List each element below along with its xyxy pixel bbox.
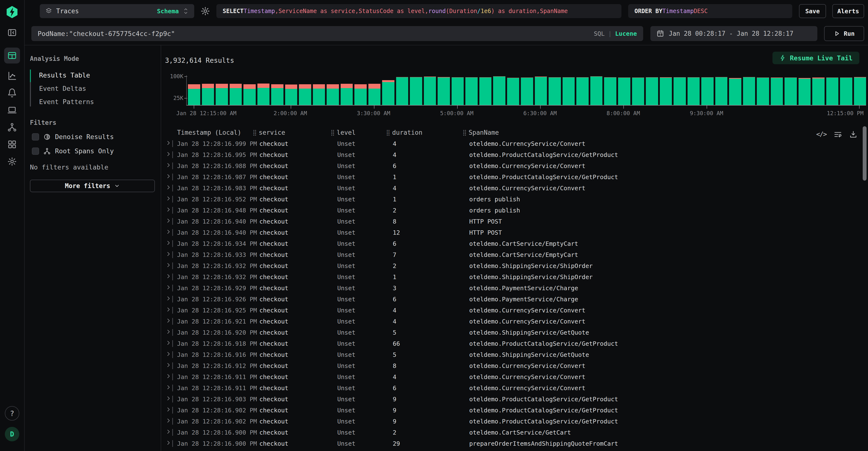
table-row[interactable]: Jan 28 12:28:16.940 PMcheckoutUnset8HTTP… bbox=[161, 216, 861, 227]
row-chevron[interactable] bbox=[165, 207, 172, 214]
chart-bar[interactable] bbox=[687, 77, 700, 105]
chart-bar[interactable] bbox=[632, 78, 644, 105]
services-sitemap-icon[interactable] bbox=[7, 122, 17, 132]
row-chevron[interactable] bbox=[165, 284, 172, 292]
row-chevron[interactable] bbox=[165, 262, 172, 270]
chart-bar[interactable] bbox=[479, 77, 492, 105]
table-row[interactable]: Jan 28 12:28:16.932 PMcheckoutUnset2otel… bbox=[161, 260, 861, 271]
row-chevron[interactable] bbox=[165, 318, 172, 325]
chart-bar[interactable] bbox=[285, 85, 298, 105]
table-row[interactable]: Jan 28 12:28:16.921 PMcheckoutUnset4otel… bbox=[161, 316, 861, 327]
row-chevron[interactable] bbox=[165, 406, 172, 414]
table-row[interactable]: Jan 28 12:28:16.918 PMcheckoutUnset66ote… bbox=[161, 338, 861, 349]
table-row[interactable]: Jan 28 12:28:16.925 PMcheckoutUnset4otel… bbox=[161, 305, 861, 316]
row-chevron[interactable] bbox=[165, 273, 172, 281]
lucene-mode-option[interactable]: Lucene bbox=[615, 30, 637, 37]
alerts-bell-icon[interactable] bbox=[7, 88, 17, 98]
settings-gear-icon[interactable] bbox=[7, 157, 17, 166]
chart-bar[interactable] bbox=[313, 84, 325, 105]
row-chevron[interactable] bbox=[165, 251, 172, 258]
chart-bar[interactable] bbox=[465, 77, 478, 105]
row-chevron[interactable] bbox=[165, 295, 172, 303]
table-row[interactable]: Jan 28 12:28:16.983 PMcheckoutUnset4otel… bbox=[161, 182, 861, 194]
chart-bar[interactable] bbox=[382, 80, 395, 105]
table-row[interactable]: Jan 28 12:28:16.952 PMcheckoutUnset1orde… bbox=[161, 194, 861, 205]
row-chevron[interactable] bbox=[165, 140, 172, 147]
table-row[interactable]: Jan 28 12:28:16.987 PMcheckoutUnset1otel… bbox=[161, 171, 861, 182]
filter-option-denoise[interactable]: Denoise Results bbox=[32, 133, 161, 141]
table-row[interactable]: Jan 28 12:28:16.902 PMcheckoutUnset9otel… bbox=[161, 405, 861, 416]
chart-bar[interactable] bbox=[715, 77, 727, 105]
chart-bar[interactable] bbox=[216, 84, 228, 105]
row-chevron[interactable] bbox=[165, 218, 172, 225]
chart-bar[interactable] bbox=[743, 77, 755, 105]
collapse-sidebar-icon[interactable] bbox=[7, 28, 17, 37]
filter-option-root-spans[interactable]: Root Spans Only bbox=[32, 147, 161, 155]
help-icon[interactable]: ? bbox=[5, 406, 19, 421]
table-row[interactable]: Jan 28 12:28:16.926 PMcheckoutUnset6otel… bbox=[161, 293, 861, 305]
alerts-button[interactable]: Alerts bbox=[832, 4, 864, 18]
row-chevron[interactable] bbox=[165, 351, 172, 358]
source-settings-gear-icon[interactable] bbox=[200, 6, 210, 16]
chart-bar[interactable] bbox=[799, 78, 811, 105]
column-header[interactable]: ⣿service bbox=[259, 129, 337, 136]
chart-bar[interactable] bbox=[563, 77, 575, 105]
chart-bar[interactable] bbox=[368, 84, 381, 105]
drag-handle-icon[interactable]: ⣿ bbox=[386, 129, 390, 136]
more-filters-button[interactable]: More filters bbox=[30, 180, 155, 192]
chart-bar[interactable] bbox=[299, 84, 311, 105]
sql-select-input[interactable]: SELECT Timestamp, ServiceName as service… bbox=[216, 4, 621, 18]
date-range-picker[interactable]: 1 Jan 28 00:28:17 - Jan 28 12:28:17 bbox=[650, 26, 817, 41]
chart-bar[interactable] bbox=[202, 84, 214, 105]
table-row[interactable]: Jan 28 12:28:16.948 PMcheckoutUnset2orde… bbox=[161, 205, 861, 216]
chart-bar[interactable] bbox=[729, 78, 741, 105]
row-chevron[interactable] bbox=[165, 173, 172, 180]
analysis-mode-item[interactable]: Event Deltas bbox=[30, 82, 161, 95]
row-chevron[interactable] bbox=[165, 362, 172, 369]
chart-bar[interactable] bbox=[243, 84, 256, 105]
row-chevron[interactable] bbox=[165, 162, 172, 169]
drag-handle-icon[interactable]: ⣿ bbox=[331, 129, 335, 136]
analysis-mode-item[interactable]: Results Table bbox=[30, 68, 161, 82]
table-row[interactable]: Jan 28 12:28:16.903 PMcheckoutUnset9otel… bbox=[161, 394, 861, 405]
table-row[interactable]: Jan 28 12:28:16.929 PMcheckoutUnset3otel… bbox=[161, 282, 861, 293]
chart-bar[interactable] bbox=[271, 84, 283, 105]
table-row[interactable]: Jan 28 12:28:16.995 PMcheckoutUnset4otel… bbox=[161, 149, 861, 160]
events-histogram[interactable] bbox=[186, 75, 866, 106]
row-chevron[interactable] bbox=[165, 329, 172, 336]
chart-bar[interactable] bbox=[784, 78, 797, 105]
chart-bar[interactable] bbox=[452, 77, 464, 105]
table-row[interactable]: Jan 28 12:28:16.911 PMcheckoutUnset4otel… bbox=[161, 371, 861, 383]
chart-bar[interactable] bbox=[396, 77, 408, 105]
row-chevron[interactable] bbox=[165, 440, 172, 447]
sidebar-item-search-active[interactable] bbox=[4, 48, 20, 63]
chart-explorer-icon[interactable] bbox=[7, 71, 17, 81]
table-row[interactable]: Jan 28 12:28:16.911 PMcheckoutUnset6otel… bbox=[161, 383, 861, 394]
row-chevron[interactable] bbox=[165, 340, 172, 347]
row-chevron[interactable] bbox=[165, 229, 172, 236]
chart-bar[interactable] bbox=[590, 76, 602, 105]
row-chevron[interactable] bbox=[165, 185, 172, 192]
column-header[interactable]: ⣿level bbox=[337, 129, 393, 136]
chart-bar[interactable] bbox=[618, 78, 630, 105]
row-chevron[interactable] bbox=[165, 307, 172, 314]
sessions-laptop-icon[interactable] bbox=[7, 105, 17, 115]
scrollbar-thumb[interactable] bbox=[863, 126, 867, 180]
row-chevron[interactable] bbox=[165, 196, 172, 203]
table-row[interactable]: Jan 28 12:28:16.900 PMcheckoutUnset2otel… bbox=[161, 427, 861, 438]
chart-bar[interactable] bbox=[549, 77, 561, 105]
column-header[interactable]: ⣿SpanName bbox=[469, 129, 861, 136]
dashboards-grid-icon[interactable] bbox=[7, 140, 17, 149]
row-chevron[interactable] bbox=[165, 240, 172, 247]
chart-bar[interactable] bbox=[840, 78, 852, 105]
chart-bar[interactable] bbox=[341, 84, 353, 105]
chart-bar[interactable] bbox=[424, 77, 436, 105]
chart-bar[interactable] bbox=[535, 77, 547, 105]
table-row[interactable]: Jan 28 12:28:16.916 PMcheckoutUnset5otel… bbox=[161, 349, 861, 360]
table-row[interactable]: Jan 28 12:28:16.934 PMcheckoutUnset6otel… bbox=[161, 238, 861, 249]
resume-live-tail-button[interactable]: Resume Live Tail bbox=[772, 52, 859, 64]
chart-bar[interactable] bbox=[604, 77, 616, 105]
chart-bar[interactable] bbox=[354, 84, 367, 105]
chart-bar[interactable] bbox=[327, 84, 339, 105]
chart-bar[interactable] bbox=[438, 77, 450, 105]
